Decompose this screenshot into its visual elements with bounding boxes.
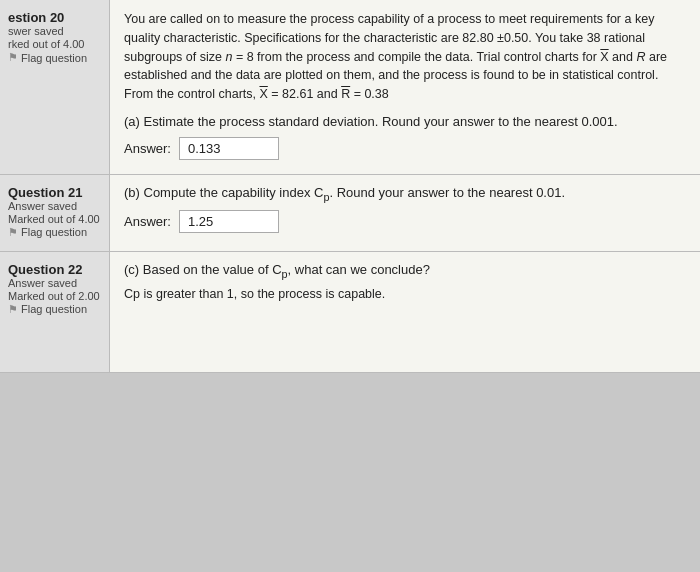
question-21-content: (b) Compute the capability index Cp. Rou…	[110, 175, 700, 251]
question-21-sidebar: Question 21 Answer saved Marked out of 4…	[0, 175, 110, 251]
question-20-flag[interactable]: ⚑ Flag question	[8, 51, 101, 64]
page-container: estion 20 swer saved rked out of 4.00 ⚑ …	[0, 0, 700, 373]
question-21-answer-value[interactable]: 1.25	[179, 210, 279, 233]
question-20-label: estion 20	[8, 10, 101, 25]
question-21-answer-label: Answer:	[124, 214, 171, 229]
question-20-status: swer saved	[8, 25, 101, 37]
question-20-answer-label: Answer:	[124, 141, 171, 156]
question-20-part-label: (a) Estimate the process standard deviat…	[124, 114, 686, 129]
question-22-block: Question 22 Answer saved Marked out of 2…	[0, 252, 700, 373]
question-20-content: You are called on to measure the process…	[110, 0, 700, 174]
question-22-conclude-text: Cp is greater than 1, so the process is …	[124, 287, 686, 301]
flag-icon-21: ⚑	[8, 226, 18, 239]
question-21-status: Answer saved	[8, 200, 101, 212]
question-21-part-label: (b) Compute the capability index Cp. Rou…	[124, 185, 686, 203]
question-21-flag[interactable]: ⚑ Flag question	[8, 226, 101, 239]
question-20-block: estion 20 swer saved rked out of 4.00 ⚑ …	[0, 0, 700, 175]
question-22-status: Answer saved	[8, 277, 101, 289]
question-20-marked: rked out of 4.00	[8, 38, 101, 50]
question-21-marked: Marked out of 4.00	[8, 213, 101, 225]
question-22-marked: Marked out of 2.00	[8, 290, 101, 302]
question-22-sidebar: Question 22 Answer saved Marked out of 2…	[0, 252, 110, 372]
question-20-answer-value[interactable]: 0.133	[179, 137, 279, 160]
flag-icon-22: ⚑	[8, 303, 18, 316]
flag-icon-20: ⚑	[8, 51, 18, 64]
question-22-label: Question 22	[8, 262, 101, 277]
question-21-label: Question 21	[8, 185, 101, 200]
question-21-answer-row: Answer: 1.25	[124, 210, 686, 233]
question-22-flag[interactable]: ⚑ Flag question	[8, 303, 101, 316]
question-22-part-label: (c) Based on the value of Cp, what can w…	[124, 262, 686, 280]
question-22-content: (c) Based on the value of Cp, what can w…	[110, 252, 700, 372]
question-20-answer-row: Answer: 0.133	[124, 137, 686, 160]
question-20-text: You are called on to measure the process…	[124, 10, 686, 104]
question-20-sidebar: estion 20 swer saved rked out of 4.00 ⚑ …	[0, 0, 110, 174]
question-21-block: Question 21 Answer saved Marked out of 4…	[0, 175, 700, 252]
